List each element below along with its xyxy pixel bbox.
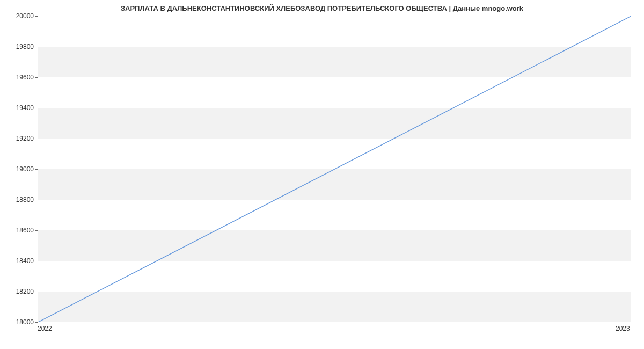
y-tick-label: 19800	[2, 43, 34, 50]
y-tick-label: 18200	[2, 288, 34, 295]
plot-area	[38, 16, 631, 322]
y-tick-label: 18800	[2, 196, 34, 203]
y-tick-mark	[35, 77, 38, 78]
y-tick-mark	[35, 16, 38, 17]
x-tick-label: 2022	[38, 325, 52, 332]
y-tick-label: 18000	[2, 318, 34, 326]
y-tick-label: 18600	[2, 227, 34, 234]
chart-title: ЗАРПЛАТА В ДАЛЬНЕКОНСТАНТИНОВСКИЙ ХЛЕБОЗ…	[0, 0, 644, 14]
y-tick-label: 20000	[2, 12, 34, 20]
x-tick-mark	[38, 322, 38, 325]
y-tick-label: 18400	[2, 257, 34, 265]
y-tick-label: 19200	[2, 135, 34, 142]
y-tick-mark	[35, 230, 38, 231]
y-tick-label: 19400	[2, 104, 34, 112]
y-tick-mark	[35, 261, 38, 261]
y-tick-mark	[35, 139, 38, 139]
y-tick-mark	[35, 292, 38, 292]
y-tick-mark	[35, 47, 38, 47]
y-tick-mark	[35, 200, 38, 200]
y-tick-label: 19000	[2, 165, 34, 173]
y-tick-mark	[35, 108, 38, 108]
chart-container: 1800018200184001860018800190001920019400…	[38, 16, 631, 322]
y-tick-label: 19600	[2, 74, 34, 81]
y-tick-mark	[35, 169, 38, 170]
x-tick-label: 2023	[616, 325, 630, 332]
data-line	[38, 16, 631, 322]
x-tick-mark	[631, 322, 631, 325]
